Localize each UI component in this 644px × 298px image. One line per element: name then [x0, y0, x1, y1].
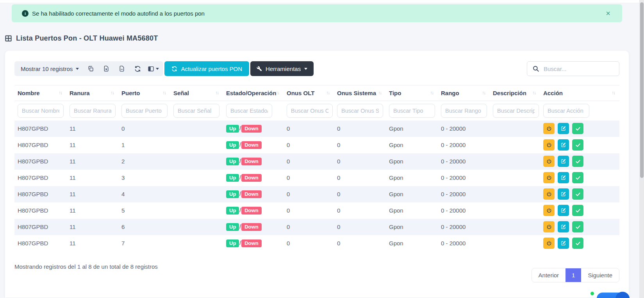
sort-icon[interactable]: ↑↓ [612, 90, 615, 96]
status-down-badge: Down [241, 207, 261, 215]
export-file-button[interactable] [114, 61, 130, 76]
column-header[interactable]: Descripción↑↓ [490, 85, 540, 101]
previous-page-button[interactable]: Anterior [532, 268, 566, 282]
scrollbar-thumb[interactable] [640, 2, 644, 178]
next-page-button[interactable]: Siguiente [581, 268, 619, 282]
sort-icon[interactable]: ↑↓ [162, 90, 166, 96]
table-row: H807GPBD 11 2 Up/Down 0 0 Gpon 0 - 20000 [14, 153, 619, 170]
edit-button[interactable] [558, 188, 569, 200]
column-filter-input[interactable] [173, 104, 219, 118]
update-pon-ports-button[interactable]: Actualizar puertos PON [164, 61, 249, 76]
column-filter-input[interactable] [543, 104, 589, 118]
column-header[interactable]: Acción↑↓ [540, 85, 619, 101]
confirm-button[interactable] [572, 205, 583, 216]
power-button[interactable] [543, 188, 555, 200]
sort-icon[interactable]: ↑↓ [326, 90, 329, 96]
cell-senal [170, 186, 223, 202]
check-icon [575, 224, 581, 230]
current-page-button[interactable]: 1 [566, 268, 581, 282]
column-header[interactable]: Señal↑↓ [170, 85, 223, 101]
show-entries-dropdown[interactable]: Mostrar 10 registros [14, 61, 83, 76]
check-icon [575, 142, 581, 148]
edit-button[interactable] [558, 172, 569, 183]
cell-accion [540, 235, 619, 252]
edit-button[interactable] [558, 238, 569, 249]
power-button[interactable] [543, 139, 555, 151]
edit-button[interactable] [558, 123, 569, 134]
status-separator: / [239, 224, 241, 230]
reload-button[interactable] [130, 61, 145, 76]
sort-icon[interactable]: ↑↓ [482, 90, 485, 96]
column-visibility-dropdown[interactable] [145, 61, 161, 76]
status-down-badge: Down [241, 239, 261, 247]
sort-icon[interactable]: ↑↓ [215, 90, 218, 96]
column-filter-input[interactable] [287, 104, 333, 118]
power-button[interactable] [543, 172, 555, 183]
column-filter-input[interactable] [389, 104, 435, 118]
confirm-button[interactable] [572, 139, 583, 151]
sort-icon[interactable]: ↑↓ [111, 90, 114, 96]
cell-estado: Up/Down [223, 121, 284, 137]
cell-accion [540, 219, 619, 235]
column-filter-input[interactable] [337, 104, 383, 118]
tools-dropdown-button[interactable]: Herramientas [250, 61, 314, 76]
power-button[interactable] [543, 238, 555, 249]
column-header[interactable]: Onus OLT↑↓ [284, 85, 334, 101]
search-input[interactable] [527, 61, 619, 76]
scrollbar[interactable] [639, 0, 644, 298]
column-filter-input[interactable] [121, 104, 168, 118]
column-header[interactable]: Nombre↑↓ [14, 85, 66, 101]
confirm-button[interactable] [572, 188, 583, 200]
column-filter-input[interactable] [493, 104, 539, 118]
cell-onus-olt: 0 [284, 153, 334, 170]
cell-rango: 0 - 20000 [438, 186, 490, 202]
edit-button[interactable] [558, 156, 569, 167]
column-filter-input[interactable] [226, 104, 272, 118]
confirm-button[interactable] [572, 172, 583, 183]
cell-tipo: Gpon [386, 186, 438, 202]
columns-icon [148, 66, 154, 72]
confirm-button[interactable] [572, 238, 583, 249]
cell-nombre: H807GPBD [14, 170, 66, 186]
cell-accion [540, 153, 619, 170]
column-header-label: Estado/Operación [226, 90, 276, 96]
status-separator: / [239, 125, 241, 131]
confirm-button[interactable] [572, 123, 583, 134]
cell-ranura: 11 [66, 186, 118, 202]
edit-button[interactable] [558, 221, 569, 232]
column-filter-input[interactable] [70, 104, 116, 118]
sort-icon[interactable]: ↑↓ [378, 90, 381, 96]
column-header[interactable]: Puerto↑↓ [118, 85, 170, 101]
power-icon [546, 175, 552, 181]
confirm-button[interactable] [572, 156, 583, 167]
cell-onus-sistema: 0 [334, 186, 386, 202]
power-button[interactable] [543, 123, 555, 134]
cell-senal [170, 235, 223, 252]
confirm-button[interactable] [572, 221, 583, 232]
export-excel-button[interactable] [98, 61, 114, 76]
table-card: Mostrar 10 registros [5, 51, 629, 298]
cell-ranura: 11 [66, 202, 118, 219]
power-button[interactable] [543, 221, 555, 232]
edit-button[interactable] [558, 205, 569, 216]
table-row: H807GPBD 11 4 Up/Down 0 0 Gpon 0 - 20000 [14, 186, 619, 202]
sort-icon[interactable]: ↑↓ [59, 90, 62, 96]
chat-widget[interactable] [586, 289, 637, 298]
close-icon[interactable]: × [604, 8, 612, 19]
sort-icon[interactable]: ↑↓ [532, 90, 535, 96]
column-header[interactable]: Ranura↑↓ [66, 85, 118, 101]
column-header[interactable]: Estado/Operación↑↓ [223, 85, 284, 101]
cell-ranura: 11 [66, 219, 118, 235]
power-button[interactable] [543, 156, 555, 167]
copy-button[interactable] [83, 61, 98, 76]
column-header[interactable]: Rango↑↓ [438, 85, 490, 101]
column-filter-input[interactable] [18, 104, 64, 118]
cell-descripcion [490, 235, 540, 252]
column-filter-input[interactable] [441, 104, 487, 118]
column-header[interactable]: Tipo↑↓ [386, 85, 438, 101]
column-header[interactable]: Onus Sistema↑↓ [334, 85, 386, 101]
edit-button[interactable] [558, 139, 569, 151]
sort-icon[interactable]: ↑↓ [430, 90, 433, 96]
sort-icon[interactable]: ↑↓ [276, 90, 279, 96]
power-button[interactable] [543, 205, 555, 216]
